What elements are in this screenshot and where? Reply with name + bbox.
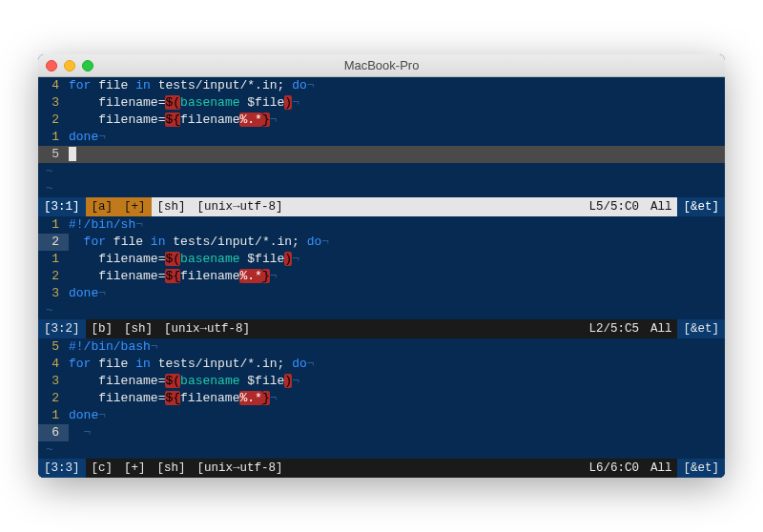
pane-a[interactable]: 4 for file in tests/input/*.in; do¬ 3 fi… (38, 77, 725, 216)
empty-line: ~ (38, 441, 725, 459)
code-line[interactable]: 4 for file in tests/input/*.in; do¬ (38, 77, 725, 94)
terminal-window: MacBook-Pro 4 for file in tests/input/*.… (38, 54, 725, 478)
pane-b[interactable]: 1 #!/bin/sh¬ 2 for file in tests/input/*… (38, 216, 725, 338)
status-percent: All (645, 459, 678, 478)
code-line[interactable]: 1 filename=$(basename $file)¬ (38, 251, 725, 268)
line-number: 2 (38, 234, 69, 251)
status-filetype: [sh] (118, 319, 158, 338)
status-buffer: [c] (86, 459, 119, 478)
status-filetype: [sh] (152, 459, 192, 478)
status-encoding: [unix→utf-8] (158, 319, 256, 338)
status-tail: [&et] (677, 459, 725, 478)
status-percent: All (645, 197, 678, 216)
line-number: 6 (38, 424, 69, 441)
line-number: 2 (38, 268, 69, 285)
code-line[interactable]: 2 filename=${filename%.*}¬ (38, 390, 725, 407)
window-title: MacBook-Pro (38, 58, 725, 72)
code-line[interactable]: 2 filename=${filename%.*}¬ (38, 112, 725, 129)
cursor-line[interactable]: 2 for file in tests/input/*.in; do¬ (38, 234, 725, 251)
status-buffer: [a] (86, 197, 119, 216)
code-line[interactable]: 1 done¬ (38, 129, 725, 146)
status-modified: [+] (118, 459, 152, 478)
line-number: 3 (38, 373, 69, 390)
line-number: 1 (38, 216, 69, 234)
line-number: 1 (38, 251, 69, 268)
status-filetype: [sh] (152, 197, 192, 216)
line-number: 3 (38, 94, 69, 112)
code-line[interactable]: 3 filename=$(basename $file)¬ (38, 373, 725, 390)
line-number: 4 (38, 77, 69, 94)
line-number: 4 (38, 356, 69, 373)
cursor-line[interactable]: 5 (38, 146, 725, 163)
status-percent: All (645, 319, 678, 338)
code-line[interactable]: 3 filename=$(basename $file)¬ (38, 94, 725, 112)
statusline-c: [3:3] [c] [+] [sh] [unix→utf-8] L6/6:C0 … (38, 459, 725, 478)
status-position: L2/5:C5 (583, 319, 645, 338)
empty-line: ~ (38, 180, 725, 197)
editor-area[interactable]: 4 for file in tests/input/*.in; do¬ 3 fi… (38, 77, 725, 478)
code-line[interactable]: 3 done¬ (38, 285, 725, 302)
code-line[interactable]: 1 #!/bin/sh¬ (38, 216, 725, 234)
status-tail: [&et] (677, 197, 725, 216)
line-number: 3 (38, 285, 69, 302)
status-encoding: [unix→utf-8] (192, 197, 289, 216)
status-tail: [&et] (677, 319, 725, 338)
cursor-icon (69, 147, 76, 161)
status-window: [3:2] (38, 319, 86, 338)
status-window: [3:1] (38, 197, 86, 216)
status-position: L5/5:C0 (583, 197, 645, 216)
cursor-line[interactable]: 6 ¬ (38, 424, 725, 441)
line-number: 1 (38, 407, 69, 424)
code-line[interactable]: 5 #!/bin/bash¬ (38, 338, 725, 356)
empty-line: ~ (38, 302, 725, 319)
line-number: 1 (38, 129, 69, 146)
code-line[interactable]: 4 for file in tests/input/*.in; do¬ (38, 356, 725, 373)
status-buffer: [b] (86, 319, 119, 338)
highlight: $( (165, 95, 180, 110)
empty-line: ~ (38, 163, 725, 180)
status-position: L6/6:C0 (583, 459, 645, 478)
statusline-b: [3:2] [b] [sh] [unix→utf-8] L2/5:C5 All … (38, 319, 725, 338)
status-window: [3:3] (38, 459, 86, 478)
code-line[interactable]: 2 filename=${filename%.*}¬ (38, 268, 725, 285)
line-number: 5 (38, 338, 69, 356)
titlebar[interactable]: MacBook-Pro (38, 54, 725, 77)
line-number: 2 (38, 390, 69, 407)
code-line[interactable]: 1 done¬ (38, 407, 725, 424)
status-modified: [+] (118, 197, 152, 216)
line-number: 2 (38, 112, 69, 129)
status-encoding: [unix→utf-8] (192, 459, 289, 478)
statusline-a: [3:1] [a] [+] [sh] [unix→utf-8] L5/5:C0 … (38, 197, 725, 216)
line-number: 5 (38, 146, 69, 163)
pane-c[interactable]: 5 #!/bin/bash¬ 4 for file in tests/input… (38, 338, 725, 478)
